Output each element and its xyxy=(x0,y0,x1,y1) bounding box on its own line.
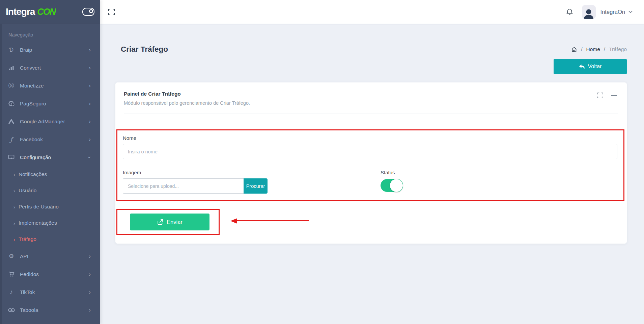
status-toggle[interactable] xyxy=(381,179,402,192)
annotation-arrow-left xyxy=(230,218,309,224)
gear-icon: ⚙ xyxy=(7,253,15,260)
chevron-down-icon[interactable] xyxy=(628,10,633,13)
chevron-right-icon: › xyxy=(89,289,91,295)
sidebar-item-trafego[interactable]: › Tráfego xyxy=(0,231,100,247)
notifications-bell-icon[interactable] xyxy=(566,8,573,16)
sidebar-subitem-label: Notificações xyxy=(19,171,47,177)
enviar-button[interactable]: Enviar xyxy=(130,214,209,230)
breadcrumb-current: Tráfego xyxy=(609,46,627,52)
breadcrumb-separator: / xyxy=(581,46,582,52)
chevron-right-icon: › xyxy=(89,271,91,277)
back-arrow-icon xyxy=(579,64,585,69)
card-tools xyxy=(597,93,617,98)
back-row: Voltar xyxy=(115,59,627,74)
sidebar-item-facebook[interactable]: ƒ Facebook › xyxy=(0,130,100,148)
sidebar-collapse-toggle-icon[interactable] xyxy=(82,8,94,16)
chevron-right-icon: › xyxy=(89,136,91,142)
user-avatar[interactable] xyxy=(582,5,596,19)
brand: Integra CON xyxy=(0,0,100,24)
sidebar-item-tiktok[interactable]: ♪ TikTok › xyxy=(0,283,100,301)
chevron-right-icon: › xyxy=(13,236,15,242)
brand-logo-text: Integra xyxy=(6,6,35,17)
user-menu-name[interactable]: IntegraOn xyxy=(600,9,625,15)
annotation-box-submit: Enviar xyxy=(116,209,220,235)
status-label: Status xyxy=(381,170,402,175)
procurar-button[interactable]: Procurar xyxy=(244,178,268,194)
sidebar-item-convvert[interactable]: Convvert › xyxy=(0,59,100,77)
export-icon xyxy=(157,219,163,225)
status-toggle-knob xyxy=(390,179,403,192)
sidebar-submenu: › Notificações › Usuário › Perfis de Usu… xyxy=(0,166,100,247)
chevron-right-icon: › xyxy=(13,220,15,226)
chevron-down-icon: › xyxy=(87,156,93,158)
sidebar-item-implementacoes[interactable]: › Implementações xyxy=(0,215,100,231)
sidebar-item-label: Facebook xyxy=(20,136,89,143)
sidebar-subitem-label: Implementações xyxy=(19,220,57,226)
chevron-right-icon: › xyxy=(89,83,91,89)
monetizze-icon: Ⓢ xyxy=(7,82,15,90)
sidebar-item-pagseguro[interactable]: PagSeguro › xyxy=(0,95,100,113)
breadcrumb-home-link[interactable]: Home xyxy=(586,46,600,52)
chevron-right-icon: › xyxy=(89,307,91,313)
facebook-icon: ƒ xyxy=(7,136,15,143)
fullscreen-icon[interactable] xyxy=(108,9,115,15)
sidebar-submenu-wrap: › Notificações › Usuário › Perfis de Usu… xyxy=(0,166,100,247)
panel-card: Painel de Criar Tráfego Módulo responsáv… xyxy=(115,82,627,244)
sidebar-item-api[interactable]: ⚙ API › xyxy=(0,247,100,265)
sidebar-item-label: Google AdManager xyxy=(20,119,89,125)
sidebar-item-notificacoes[interactable]: › Notificações xyxy=(0,166,100,182)
imagem-field-group: Imagem Selecione para upload... Procurar xyxy=(123,170,381,194)
sidebar-subitem-label: Usuário xyxy=(19,188,36,194)
page-header-row: Criar Tráfego / Home / Tráfego xyxy=(115,45,627,54)
sidebar-item-label: Convvert xyxy=(20,65,89,71)
card-header: Painel de Criar Tráfego Módulo responsáv… xyxy=(124,91,618,114)
nav-caption: Navegação xyxy=(8,32,100,38)
sidebar-item-label: PagSeguro xyxy=(20,101,89,107)
sidebar-item-label: Monetizze xyxy=(20,83,89,89)
card-fullscreen-icon[interactable] xyxy=(597,93,603,98)
chevron-right-icon: › xyxy=(13,188,15,194)
sidebar-item-label: Taboola xyxy=(20,307,89,313)
sidebar-item-perfis-de-usuario[interactable]: › Perfis de Usuário xyxy=(0,199,100,215)
taboola-icon xyxy=(7,308,15,313)
sidebar-item-pedidos[interactable]: Pedidos › xyxy=(0,265,100,283)
page-title: Criar Tráfego xyxy=(121,45,168,54)
sidebar-item-label: Pedidos xyxy=(20,271,89,277)
topbar-right: IntegraOn xyxy=(566,5,633,19)
app-root: Integra CON Navegação Ɗ Braip › Convvert… xyxy=(0,0,644,324)
admanager-icon xyxy=(7,119,15,124)
pagseguro-icon xyxy=(7,101,15,106)
annotation-box-fields: Nome Imagem Selecione para upload... Pro… xyxy=(116,129,624,201)
file-upload-input[interactable]: Selecione para upload... xyxy=(123,178,244,194)
sidebar-subitem-label: Tráfego xyxy=(19,236,36,242)
sidebar-item-google-admanager[interactable]: Google AdManager › xyxy=(0,113,100,130)
sidebar-subitem-label: Perfis de Usuário xyxy=(19,204,59,210)
chevron-right-icon: › xyxy=(13,172,15,177)
breadcrumb-separator: / xyxy=(604,46,605,52)
chevron-right-icon: › xyxy=(89,65,91,71)
imagem-label: Imagem xyxy=(123,170,381,175)
topbar: IntegraOn xyxy=(100,0,644,24)
chevron-right-icon: › xyxy=(89,47,91,53)
sidebar-item-taboola[interactable]: Taboola › xyxy=(0,301,100,319)
sidebar-item-braip[interactable]: Ɗ Braip › xyxy=(0,41,100,59)
voltar-button[interactable]: Voltar xyxy=(554,59,627,74)
nome-input[interactable] xyxy=(123,144,617,159)
chevron-right-icon: › xyxy=(89,101,91,106)
home-icon[interactable] xyxy=(571,47,577,52)
bar-chart-icon xyxy=(7,65,15,71)
card-collapse-minus-icon[interactable] xyxy=(611,95,617,96)
status-field-group: Status xyxy=(381,170,402,194)
file-upload-group: Selecione para upload... Procurar xyxy=(123,178,268,194)
sidebar-item-usuario[interactable]: › Usuário xyxy=(0,182,100,199)
voltar-button-label: Voltar xyxy=(588,64,602,70)
sidebar-item-configuracao[interactable]: Configuração › xyxy=(0,148,100,166)
sidebar-item-label: Braip xyxy=(20,47,89,53)
breadcrumb: / Home / Tráfego xyxy=(571,46,627,52)
sidebar-nav: Ɗ Braip › Convvert › Ⓢ Monetizze › P xyxy=(0,41,100,319)
main-content: Criar Tráfego / Home / Tráfego Voltar xyxy=(100,24,644,324)
sidebar-item-label: API xyxy=(20,253,89,259)
sidebar-item-monetizze[interactable]: Ⓢ Monetizze › xyxy=(0,77,100,95)
tiktok-icon: ♪ xyxy=(7,289,15,296)
card-subtitle: Módulo responsável pelo gerenciamento de… xyxy=(124,100,618,106)
